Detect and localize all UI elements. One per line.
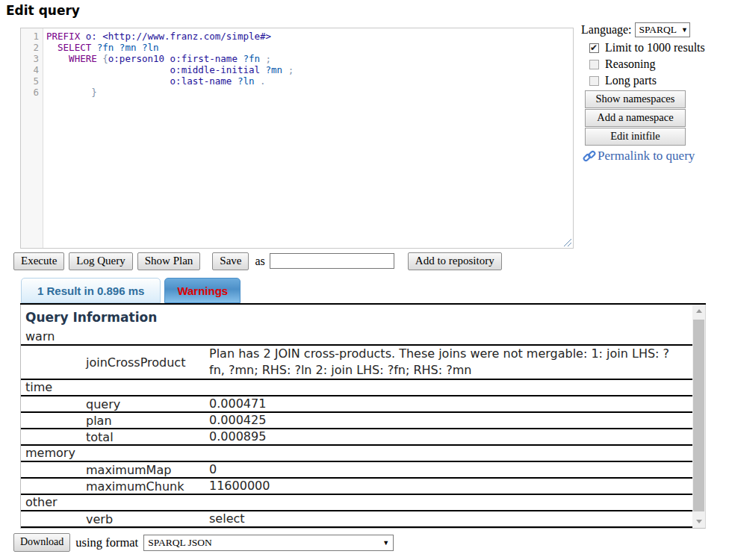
checkbox-label: Limit to 1000 results <box>605 41 705 55</box>
line-number: 2 <box>21 42 39 53</box>
save-button[interactable]: Save <box>212 252 249 270</box>
query-info-section-row: time <box>21 380 692 396</box>
code-line: } <box>46 87 573 98</box>
scroll-up-icon[interactable] <box>692 305 705 317</box>
qi-key: maximumMap <box>86 463 209 477</box>
qi-value: Plan has 2 JOIN cross-products. These jo… <box>209 346 692 379</box>
namespace-button-list: Show namespacesAdd a namespaceEdit initf… <box>581 90 725 146</box>
qi-value: select <box>209 511 692 527</box>
query-info-kv-row: plan0.000425 <box>21 413 692 429</box>
code-line: o:last-name ?ln . <box>46 75 573 87</box>
qi-key: joinCrossProduct <box>86 355 209 370</box>
chevron-down-icon: ▼ <box>382 539 389 547</box>
save-as-label: as <box>255 255 264 268</box>
editor-gutter: 123456 <box>21 28 43 248</box>
language-label: Language: <box>581 23 632 37</box>
query-information-content: Query Information warnjoinCrossProductPl… <box>21 305 692 528</box>
code-line: o:middle-initial ?mn ; <box>46 64 573 75</box>
option-checkbox-list: Limit to 1000 resultsReasoningLong parts <box>581 41 725 87</box>
code-line: PREFIX o: <http://www.franz.com/simple#> <box>46 31 573 42</box>
checkbox-limit-to-1000-results[interactable] <box>589 43 599 53</box>
qi-key: total <box>86 430 209 444</box>
query-info-kv-row: maximumMap0 <box>21 462 692 479</box>
qi-key: verb <box>86 512 209 526</box>
tab-results[interactable]: 1 Result in 0.896 ms <box>21 278 161 303</box>
save-name-input[interactable] <box>270 253 394 269</box>
qi-value: 0 <box>209 461 692 478</box>
scroll-down-icon[interactable] <box>692 515 705 528</box>
option-row: Reasoning <box>589 57 725 71</box>
line-number: 6 <box>21 87 39 98</box>
line-number: 5 <box>21 75 39 87</box>
scrollbar-thumb[interactable] <box>693 320 704 511</box>
editor-code[interactable]: PREFIX o: <http://www.franz.com/simple#>… <box>43 28 573 248</box>
add-to-repository-button[interactable]: Add to repository <box>408 252 502 270</box>
execute-button[interactable]: Execute <box>13 252 64 270</box>
query-info-kv-row: query0.000471 <box>21 396 692 413</box>
vertical-scrollbar[interactable] <box>692 305 705 528</box>
result-tabs: 1 Result in 0.896 ms Warnings <box>21 278 241 303</box>
page-title: Edit query <box>6 3 80 18</box>
tab-warnings[interactable]: Warnings <box>164 278 241 303</box>
log-query-button[interactable]: Log Query <box>69 252 132 270</box>
qi-value: 0.000471 <box>209 396 692 412</box>
query-toolbar: Execute Log Query Show Plan Save as Add … <box>13 252 502 270</box>
button-edit-initfile[interactable]: Edit initfile <box>585 128 686 146</box>
show-plan-button[interactable]: Show Plan <box>137 252 201 270</box>
query-options-panel: Language: SPARQL ▼ Limit to 1000 results… <box>581 22 725 164</box>
line-number: 4 <box>21 64 39 75</box>
checkbox-long-parts[interactable] <box>589 76 599 86</box>
option-row: Limit to 1000 results <box>589 41 725 55</box>
download-button[interactable]: Download <box>13 533 70 552</box>
chevron-down-icon: ▼ <box>681 26 688 34</box>
format-select[interactable]: SPARQL JSON ▼ <box>143 535 394 551</box>
line-number: 3 <box>21 53 39 64</box>
using-format-label: using format <box>75 535 138 550</box>
query-information-panel: Query Information warnjoinCrossProductPl… <box>20 305 706 529</box>
query-info-section-row: memory <box>21 446 692 462</box>
qi-key: maximumChunk <box>86 479 209 494</box>
query-info-kv-row: joinCrossProductPlan has 2 JOIN cross-pr… <box>21 346 692 380</box>
query-info-kv-row: maximumChunk11600000 <box>21 479 692 495</box>
qi-key: query <box>86 397 209 411</box>
checkbox-label: Reasoning <box>605 57 656 71</box>
query-info-kv-row: total0.000895 <box>21 429 692 446</box>
link-icon <box>583 149 596 163</box>
qi-value: 11600000 <box>209 478 692 494</box>
query-information-heading: Query Information <box>21 305 692 329</box>
query-info-section-row: warn <box>21 329 692 346</box>
checkbox-reasoning[interactable] <box>589 60 599 69</box>
button-show-namespaces[interactable]: Show namespaces <box>585 90 686 108</box>
code-line: WHERE {o:person10 o:first-name ?fn ; <box>46 53 573 64</box>
download-bar: Download using format SPARQL JSON ▼ <box>13 533 394 552</box>
language-select[interactable]: SPARQL ▼ <box>635 22 690 37</box>
checkbox-label: Long parts <box>605 74 657 87</box>
button-add-a-namespace[interactable]: Add a namespace <box>585 109 686 127</box>
query-info-kv-row: verbselect <box>21 511 692 528</box>
query-info-section-row: other <box>21 495 692 511</box>
query-editor[interactable]: 123456 PREFIX o: <http://www.franz.com/s… <box>20 28 574 249</box>
line-number: 1 <box>21 31 39 42</box>
code-line: SELECT ?fn ?mn ?ln <box>46 42 573 53</box>
qi-key: plan <box>86 414 209 428</box>
option-row: Long parts <box>589 74 725 87</box>
qi-value: 0.000425 <box>209 412 692 429</box>
qi-value: 0.000895 <box>209 429 692 445</box>
permalink-to-query-link[interactable]: Permalink to query <box>583 149 725 164</box>
